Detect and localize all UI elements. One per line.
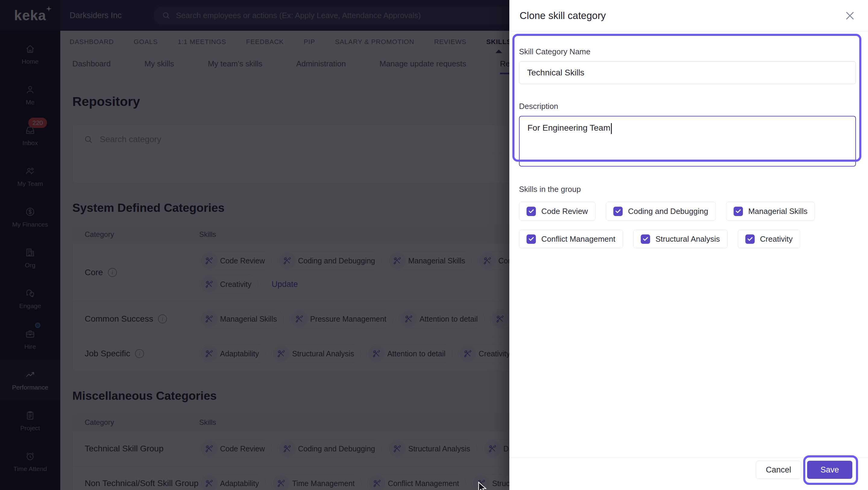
skill-checkbox-label: Structural Analysis xyxy=(655,234,720,244)
checkmark-icon xyxy=(642,236,649,242)
skill-checkbox-item[interactable]: Conflict Management xyxy=(519,230,623,248)
skill-checkbox-item[interactable]: Structural Analysis xyxy=(633,230,727,248)
checkmark-icon xyxy=(615,208,621,214)
mouse-cursor xyxy=(478,482,488,490)
text-caret xyxy=(611,123,612,134)
skill-checkbox-label: Conflict Management xyxy=(541,234,615,244)
drawer-title: Clone skill category xyxy=(520,10,606,22)
checkbox-checked[interactable] xyxy=(641,234,650,244)
drawer-footer: Cancel Save xyxy=(509,457,868,490)
checkmark-icon xyxy=(747,236,753,242)
skill-checkbox-item[interactable]: Code Review xyxy=(519,202,595,221)
skill-checkbox-label: Coding and Debugging xyxy=(628,207,708,216)
description-textarea[interactable]: For Engineering Team xyxy=(519,116,856,167)
checkbox-checked[interactable] xyxy=(734,207,743,216)
skill-checkbox-item[interactable]: Managerial Skills xyxy=(726,202,815,221)
skill-checkbox-label: Creativity xyxy=(760,234,793,244)
close-icon xyxy=(843,9,857,22)
save-button[interactable]: Save xyxy=(807,461,852,479)
skill-checkbox-item[interactable]: Coding and Debugging xyxy=(606,202,716,221)
skill-category-name-label: Skill Category Name xyxy=(519,47,856,56)
skill-category-name-input[interactable] xyxy=(519,61,856,84)
drawer-body: Skill Category Name Description For Engi… xyxy=(509,31,868,248)
checkbox-checked[interactable] xyxy=(613,207,623,216)
skills-checkbox-row-2: Conflict Management Structural Analysis … xyxy=(519,230,856,248)
close-button[interactable] xyxy=(843,9,857,22)
cancel-button[interactable]: Cancel xyxy=(756,461,801,479)
checkbox-checked[interactable] xyxy=(527,234,536,244)
skills-checkbox-row-1: Code Review Coding and Debugging Manager… xyxy=(519,202,856,221)
skill-checkbox-label: Managerial Skills xyxy=(748,207,808,216)
skill-checkbox-label: Code Review xyxy=(541,207,588,216)
description-label: Description xyxy=(519,102,856,111)
checkbox-checked[interactable] xyxy=(527,207,536,216)
skill-checkbox-item[interactable]: Creativity xyxy=(738,230,800,248)
checkbox-checked[interactable] xyxy=(745,234,755,244)
skills-in-group-label: Skills in the group xyxy=(519,185,856,194)
checkmark-icon xyxy=(735,208,741,214)
checkmark-icon xyxy=(528,208,534,214)
description-value: For Engineering Team xyxy=(527,123,610,133)
clone-skill-category-drawer: Clone skill category Skill Category Name… xyxy=(509,0,868,490)
drawer-header: Clone skill category xyxy=(509,0,868,31)
checkmark-icon xyxy=(528,236,534,242)
